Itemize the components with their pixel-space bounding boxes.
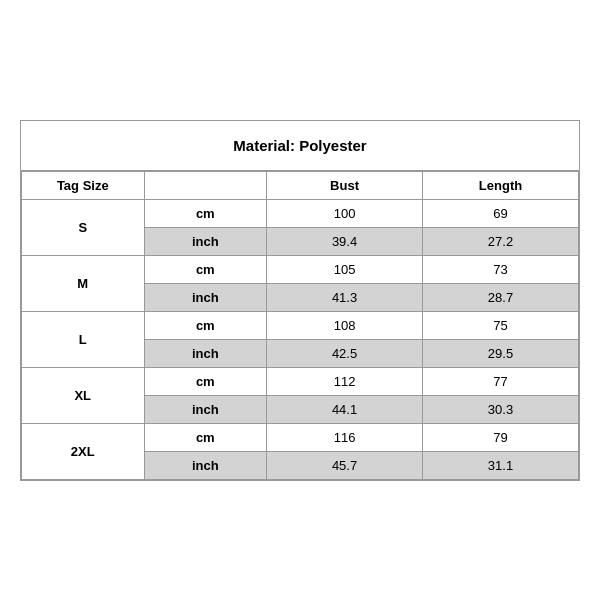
bust-inch: 41.3	[267, 283, 423, 311]
bust-cm: 105	[267, 255, 423, 283]
unit-cm: cm	[144, 367, 267, 395]
size-chart: Material: Polyester Tag Size Bust Length…	[20, 120, 580, 481]
length-cm: 75	[423, 311, 579, 339]
size-table: Tag Size Bust Length S cm 100 69 inch 39…	[21, 171, 579, 480]
bust-cm: 112	[267, 367, 423, 395]
unit-inch: inch	[144, 227, 267, 255]
header-unit	[144, 171, 267, 199]
tag-size-cell: L	[22, 311, 145, 367]
bust-inch: 39.4	[267, 227, 423, 255]
chart-title: Material: Polyester	[21, 121, 579, 171]
table-row: M cm 105 73	[22, 255, 579, 283]
bust-cm: 116	[267, 423, 423, 451]
tag-size-cell: M	[22, 255, 145, 311]
unit-cm: cm	[144, 255, 267, 283]
table-row: XL cm 112 77	[22, 367, 579, 395]
bust-cm: 100	[267, 199, 423, 227]
length-inch: 28.7	[423, 283, 579, 311]
unit-cm: cm	[144, 199, 267, 227]
unit-cm: cm	[144, 311, 267, 339]
length-inch: 29.5	[423, 339, 579, 367]
length-cm: 73	[423, 255, 579, 283]
length-inch: 30.3	[423, 395, 579, 423]
unit-inch: inch	[144, 395, 267, 423]
length-cm: 79	[423, 423, 579, 451]
unit-inch: inch	[144, 283, 267, 311]
length-inch: 27.2	[423, 227, 579, 255]
table-row: 2XL cm 116 79	[22, 423, 579, 451]
bust-cm: 108	[267, 311, 423, 339]
length-inch: 31.1	[423, 451, 579, 479]
unit-inch: inch	[144, 339, 267, 367]
unit-inch: inch	[144, 451, 267, 479]
tag-size-cell: S	[22, 199, 145, 255]
bust-inch: 44.1	[267, 395, 423, 423]
table-row: L cm 108 75	[22, 311, 579, 339]
tag-size-cell: 2XL	[22, 423, 145, 479]
length-cm: 69	[423, 199, 579, 227]
header-length: Length	[423, 171, 579, 199]
header-bust: Bust	[267, 171, 423, 199]
unit-cm: cm	[144, 423, 267, 451]
tag-size-cell: XL	[22, 367, 145, 423]
bust-inch: 42.5	[267, 339, 423, 367]
table-row: S cm 100 69	[22, 199, 579, 227]
length-cm: 77	[423, 367, 579, 395]
bust-inch: 45.7	[267, 451, 423, 479]
header-tag-size: Tag Size	[22, 171, 145, 199]
